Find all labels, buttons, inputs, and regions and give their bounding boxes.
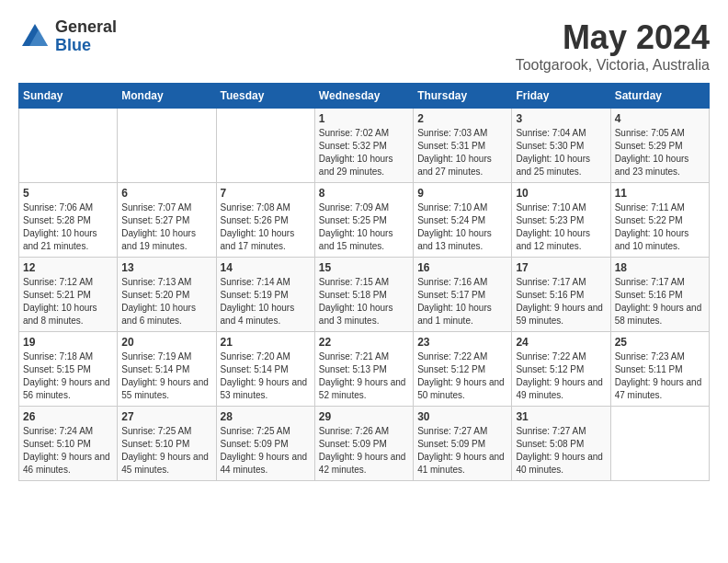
day-number: 22	[319, 336, 409, 349]
day-number: 16	[417, 261, 507, 274]
day-number: 3	[516, 112, 606, 125]
day-number: 8	[319, 187, 409, 200]
day-number: 24	[516, 336, 606, 349]
calendar-cell: 12Sunrise: 7:12 AM Sunset: 5:21 PM Dayli…	[19, 258, 118, 332]
calendar-cell: 27Sunrise: 7:25 AM Sunset: 5:10 PM Dayli…	[118, 407, 216, 481]
day-number: 4	[615, 112, 705, 125]
day-number: 6	[121, 187, 211, 200]
day-info: Sunrise: 7:07 AM Sunset: 5:27 PM Dayligh…	[121, 201, 211, 253]
calendar-table: SundayMondayTuesdayWednesdayThursdayFrid…	[18, 83, 710, 481]
calendar-cell: 19Sunrise: 7:18 AM Sunset: 5:15 PM Dayli…	[19, 332, 118, 407]
day-info: Sunrise: 7:23 AM Sunset: 5:11 PM Dayligh…	[615, 350, 705, 402]
day-info: Sunrise: 7:20 AM Sunset: 5:14 PM Dayligh…	[221, 350, 311, 402]
calendar-body: 1Sunrise: 7:02 AM Sunset: 5:32 PM Daylig…	[19, 109, 710, 481]
column-header-sunday: Sunday	[19, 84, 118, 109]
day-info: Sunrise: 7:06 AM Sunset: 5:28 PM Dayligh…	[23, 201, 113, 253]
day-info: Sunrise: 7:13 AM Sunset: 5:20 PM Dayligh…	[121, 276, 211, 327]
day-info: Sunrise: 7:18 AM Sunset: 5:15 PM Dayligh…	[23, 350, 113, 402]
day-number: 28	[221, 410, 311, 423]
calendar-cell: 25Sunrise: 7:23 AM Sunset: 5:11 PM Dayli…	[610, 332, 709, 407]
day-info: Sunrise: 7:12 AM Sunset: 5:21 PM Dayligh…	[23, 276, 113, 327]
day-info: Sunrise: 7:25 AM Sunset: 5:09 PM Dayligh…	[221, 425, 311, 477]
day-info: Sunrise: 7:03 AM Sunset: 5:31 PM Dayligh…	[417, 127, 507, 178]
calendar-cell: 11Sunrise: 7:11 AM Sunset: 5:22 PM Dayli…	[610, 183, 709, 258]
week-row-2: 5Sunrise: 7:06 AM Sunset: 5:28 PM Daylig…	[19, 183, 710, 258]
logo-blue: Blue	[55, 37, 117, 55]
day-info: Sunrise: 7:09 AM Sunset: 5:25 PM Dayligh…	[319, 201, 409, 253]
day-info: Sunrise: 7:26 AM Sunset: 5:09 PM Dayligh…	[319, 425, 409, 477]
day-info: Sunrise: 7:21 AM Sunset: 5:13 PM Dayligh…	[319, 350, 409, 402]
calendar-header: SundayMondayTuesdayWednesdayThursdayFrid…	[19, 84, 710, 109]
calendar-cell: 26Sunrise: 7:24 AM Sunset: 5:10 PM Dayli…	[19, 407, 118, 481]
day-number: 7	[221, 187, 311, 200]
day-info: Sunrise: 7:05 AM Sunset: 5:29 PM Dayligh…	[615, 127, 705, 178]
week-row-5: 26Sunrise: 7:24 AM Sunset: 5:10 PM Dayli…	[19, 407, 710, 481]
week-row-4: 19Sunrise: 7:18 AM Sunset: 5:15 PM Dayli…	[19, 332, 710, 407]
day-number: 25	[615, 336, 705, 349]
day-number: 31	[516, 410, 606, 423]
calendar-cell: 1Sunrise: 7:02 AM Sunset: 5:32 PM Daylig…	[314, 109, 413, 183]
calendar-cell: 7Sunrise: 7:08 AM Sunset: 5:26 PM Daylig…	[216, 183, 314, 258]
calendar-cell: 24Sunrise: 7:22 AM Sunset: 5:12 PM Dayli…	[512, 332, 610, 407]
calendar-cell: 6Sunrise: 7:07 AM Sunset: 5:27 PM Daylig…	[118, 183, 216, 258]
calendar-cell	[216, 109, 314, 183]
day-number: 30	[417, 410, 507, 423]
calendar-cell: 31Sunrise: 7:27 AM Sunset: 5:08 PM Dayli…	[512, 407, 610, 481]
calendar-cell: 8Sunrise: 7:09 AM Sunset: 5:25 PM Daylig…	[314, 183, 413, 258]
calendar-cell: 23Sunrise: 7:22 AM Sunset: 5:12 PM Dayli…	[414, 332, 512, 407]
header-row: SundayMondayTuesdayWednesdayThursdayFrid…	[19, 84, 710, 109]
day-info: Sunrise: 7:11 AM Sunset: 5:22 PM Dayligh…	[615, 201, 705, 253]
day-number: 1	[319, 112, 409, 125]
logo-icon	[18, 20, 51, 53]
day-number: 19	[23, 336, 113, 349]
calendar-cell: 17Sunrise: 7:17 AM Sunset: 5:16 PM Dayli…	[512, 258, 610, 332]
calendar-cell	[610, 407, 709, 481]
day-info: Sunrise: 7:02 AM Sunset: 5:32 PM Dayligh…	[319, 127, 409, 178]
calendar-cell: 2Sunrise: 7:03 AM Sunset: 5:31 PM Daylig…	[414, 109, 512, 183]
column-header-wednesday: Wednesday	[314, 84, 413, 109]
calendar-cell: 3Sunrise: 7:04 AM Sunset: 5:30 PM Daylig…	[512, 109, 610, 183]
day-info: Sunrise: 7:08 AM Sunset: 5:26 PM Dayligh…	[221, 201, 311, 253]
calendar-cell: 13Sunrise: 7:13 AM Sunset: 5:20 PM Dayli…	[118, 258, 216, 332]
column-header-thursday: Thursday	[414, 84, 512, 109]
day-number: 9	[417, 187, 507, 200]
calendar-cell: 30Sunrise: 7:27 AM Sunset: 5:09 PM Dayli…	[414, 407, 512, 481]
day-number: 27	[121, 410, 211, 423]
location-title: Tootgarook, Victoria, Australia	[516, 57, 710, 74]
calendar-cell: 18Sunrise: 7:17 AM Sunset: 5:16 PM Dayli…	[610, 258, 709, 332]
day-info: Sunrise: 7:16 AM Sunset: 5:17 PM Dayligh…	[417, 276, 507, 327]
day-info: Sunrise: 7:24 AM Sunset: 5:10 PM Dayligh…	[23, 425, 113, 477]
column-header-monday: Monday	[118, 84, 216, 109]
day-number: 13	[121, 261, 211, 274]
calendar-cell: 10Sunrise: 7:10 AM Sunset: 5:23 PM Dayli…	[512, 183, 610, 258]
column-header-friday: Friday	[512, 84, 610, 109]
day-info: Sunrise: 7:22 AM Sunset: 5:12 PM Dayligh…	[516, 350, 606, 402]
day-number: 5	[23, 187, 113, 200]
day-info: Sunrise: 7:22 AM Sunset: 5:12 PM Dayligh…	[417, 350, 507, 402]
title-block: May 2024 Tootgarook, Victoria, Australia	[516, 18, 710, 74]
day-info: Sunrise: 7:27 AM Sunset: 5:08 PM Dayligh…	[516, 425, 606, 477]
day-number: 29	[319, 410, 409, 423]
month-title: May 2024	[516, 18, 710, 57]
day-number: 21	[221, 336, 311, 349]
day-number: 17	[516, 261, 606, 274]
logo-text: General Blue	[55, 18, 117, 55]
logo-general: General	[55, 18, 117, 37]
calendar-cell: 20Sunrise: 7:19 AM Sunset: 5:14 PM Dayli…	[118, 332, 216, 407]
day-info: Sunrise: 7:14 AM Sunset: 5:19 PM Dayligh…	[221, 276, 311, 327]
week-row-1: 1Sunrise: 7:02 AM Sunset: 5:32 PM Daylig…	[19, 109, 710, 183]
day-info: Sunrise: 7:10 AM Sunset: 5:24 PM Dayligh…	[417, 201, 507, 253]
calendar-cell: 28Sunrise: 7:25 AM Sunset: 5:09 PM Dayli…	[216, 407, 314, 481]
calendar-cell: 16Sunrise: 7:16 AM Sunset: 5:17 PM Dayli…	[414, 258, 512, 332]
day-info: Sunrise: 7:25 AM Sunset: 5:10 PM Dayligh…	[121, 425, 211, 477]
calendar-cell: 5Sunrise: 7:06 AM Sunset: 5:28 PM Daylig…	[19, 183, 118, 258]
day-number: 23	[417, 336, 507, 349]
day-info: Sunrise: 7:19 AM Sunset: 5:14 PM Dayligh…	[121, 350, 211, 402]
calendar-cell: 4Sunrise: 7:05 AM Sunset: 5:29 PM Daylig…	[610, 109, 709, 183]
column-header-tuesday: Tuesday	[216, 84, 314, 109]
calendar-cell: 22Sunrise: 7:21 AM Sunset: 5:13 PM Dayli…	[314, 332, 413, 407]
day-info: Sunrise: 7:15 AM Sunset: 5:18 PM Dayligh…	[319, 276, 409, 327]
calendar-cell: 14Sunrise: 7:14 AM Sunset: 5:19 PM Dayli…	[216, 258, 314, 332]
day-number: 18	[615, 261, 705, 274]
day-number: 10	[516, 187, 606, 200]
